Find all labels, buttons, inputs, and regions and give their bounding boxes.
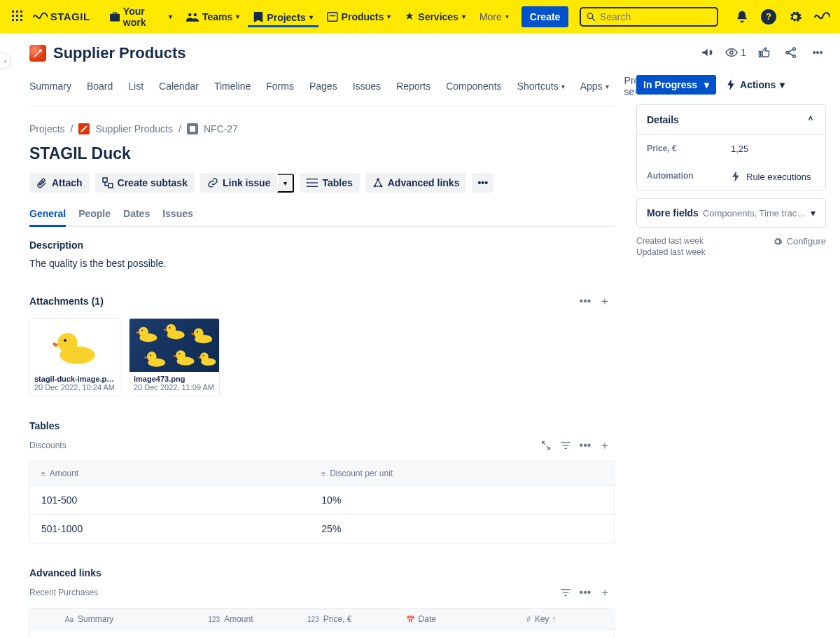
link-issue-dropdown[interactable]: ▾ (277, 174, 294, 193)
notifications-icon[interactable] (734, 8, 750, 25)
more-icon[interactable]: ••• (575, 436, 595, 455)
nav-services[interactable]: Services▾ (399, 8, 471, 26)
crumb-project-name[interactable]: Supplier Products (95, 123, 173, 134)
more-fields-panel[interactable]: More fields Components, Time tracking, E… (636, 198, 826, 228)
svg-point-24 (307, 182, 308, 183)
tab-shortcuts[interactable]: Shortcuts▾ (517, 75, 565, 104)
project-header: Supplier Products (29, 44, 615, 62)
link-icon (207, 177, 218, 188)
sort-asc-icon: ↑ (552, 614, 556, 624)
svg-rect-4 (16, 15, 18, 17)
share-icon[interactable] (783, 44, 799, 61)
nav-products[interactable]: Products▾ (321, 8, 397, 26)
tab-reports[interactable]: Reports (396, 75, 430, 104)
attachments-add-icon[interactable]: ＋ (595, 291, 615, 311)
attachment-card[interactable]: image473.png 20 Dec 2022, 11:09 AM (129, 318, 220, 396)
itab-issues[interactable]: Issues (162, 208, 193, 226)
issue-title[interactable]: STAGIL Duck (29, 144, 615, 163)
top-navigation: STAGIL Your work▾ Teams▾ Projects▾ Produ… (0, 0, 840, 33)
actions-menu[interactable]: Actions ▾ (726, 79, 785, 90)
crumb-issue-key[interactable]: NFC-27 (204, 123, 238, 134)
svg-point-43 (150, 354, 151, 356)
project-tabs: Summary Board List Calendar Timeline For… (29, 75, 615, 106)
svg-point-36 (166, 324, 176, 334)
details-header[interactable]: Details ＾ (637, 105, 825, 135)
filter-icon[interactable] (556, 583, 575, 602)
svg-rect-18 (103, 178, 107, 182)
svg-rect-5 (20, 15, 22, 17)
table-row[interactable]: 101-50010% (30, 486, 614, 514)
more-icon[interactable]: ••• (575, 583, 595, 602)
tab-issues[interactable]: Issues (353, 75, 381, 104)
like-icon[interactable] (756, 44, 773, 61)
add-icon[interactable]: ＋ (595, 436, 615, 455)
attach-button[interactable]: Attach (29, 173, 90, 193)
nav-projects[interactable]: Projects▾ (248, 8, 318, 27)
itab-general[interactable]: General (29, 208, 66, 227)
tab-components[interactable]: Components (446, 75, 501, 104)
project-title: Supplier Products (53, 44, 186, 62)
expand-icon[interactable] (536, 436, 556, 455)
status-dropdown[interactable]: In Progress ▾ (636, 75, 716, 95)
itab-people[interactable]: People (78, 208, 111, 226)
tables-caption: Discounts (29, 441, 66, 450)
table-row[interactable]: 1 STAGIL Cups 280 10.95 2023-04-22 ORD-8… (30, 630, 614, 638)
tab-calendar[interactable]: Calendar (159, 75, 199, 104)
search-input[interactable] (600, 11, 711, 22)
description-body[interactable]: The quality is the best possible. (29, 258, 615, 269)
help-icon[interactable]: ? (760, 8, 777, 25)
itab-dates[interactable]: Dates (123, 208, 150, 226)
nav-more[interactable]: More▾ (474, 8, 514, 26)
chevron-down-icon: ▾ (606, 83, 609, 90)
project-avatar (29, 45, 46, 62)
crumb-projects[interactable]: Projects (29, 123, 65, 134)
feedback-icon[interactable] (699, 44, 715, 61)
tables-label: Tables (29, 420, 615, 431)
settings-icon[interactable] (787, 8, 804, 25)
create-button[interactable]: Create (522, 6, 569, 27)
svg-line-14 (593, 18, 596, 20)
link-issue-button[interactable]: Link issue (200, 173, 277, 193)
chevron-down-icon: ▾ (780, 79, 785, 90)
attachments-more-icon[interactable]: ••• (575, 291, 595, 311)
attachment-card[interactable]: stagil-duck-image.png 20 Dec 2022, 10:24… (29, 318, 120, 396)
recent-purchases-table: AaSummary 123Amount 123Price, € 📅Date #K… (29, 608, 615, 638)
brand-text: STAGIL (50, 11, 90, 22)
add-icon[interactable]: ＋ (595, 583, 615, 602)
nav-your-work[interactable]: Your work▾ (104, 2, 178, 32)
sidebar-toggle[interactable]: › (0, 53, 11, 69)
price-value[interactable]: 1,25 (731, 144, 816, 154)
more-actions-button[interactable]: ••• (472, 173, 493, 193)
infinity-icon[interactable] (813, 8, 830, 25)
advanced-links-button[interactable]: Advanced links (365, 173, 467, 193)
number-icon: 123 (307, 616, 319, 623)
chevron-down-icon: ▾ (811, 207, 816, 219)
app-switcher-icon[interactable] (10, 8, 27, 25)
rule-executions-link[interactable]: Rule executions (731, 171, 816, 182)
tables-button[interactable]: Tables (300, 173, 359, 193)
svg-point-48 (200, 352, 209, 361)
svg-rect-0 (12, 11, 14, 13)
menu-icon[interactable]: ••• (809, 44, 826, 61)
svg-point-10 (194, 13, 197, 16)
nav-teams[interactable]: Teams▾ (181, 8, 245, 26)
brand-logo[interactable]: STAGIL (32, 11, 90, 22)
search-box[interactable] (580, 7, 718, 27)
tab-timeline[interactable]: Timeline (214, 75, 251, 104)
create-subtask-button[interactable]: Create subtask (95, 173, 195, 193)
tab-project-settings[interactable]: Project settings (624, 75, 636, 104)
tab-forms[interactable]: Forms (266, 75, 294, 104)
svg-point-31 (64, 339, 66, 342)
svg-point-40 (197, 331, 198, 333)
watchers-button[interactable]: 1 (725, 44, 746, 61)
tab-apps[interactable]: Apps▾ (580, 75, 609, 104)
tab-board[interactable]: Board (87, 75, 113, 104)
filter-icon[interactable] (556, 436, 575, 455)
table-row[interactable]: 501-100025% (30, 514, 614, 543)
svg-point-49 (202, 355, 204, 356)
advlinks-caption-row: Recent Purchases ••• ＋ (29, 583, 615, 602)
tab-list[interactable]: List (128, 75, 144, 104)
tab-summary[interactable]: Summary (29, 75, 71, 104)
tab-pages[interactable]: Pages (309, 75, 337, 104)
svg-point-42 (147, 352, 157, 361)
